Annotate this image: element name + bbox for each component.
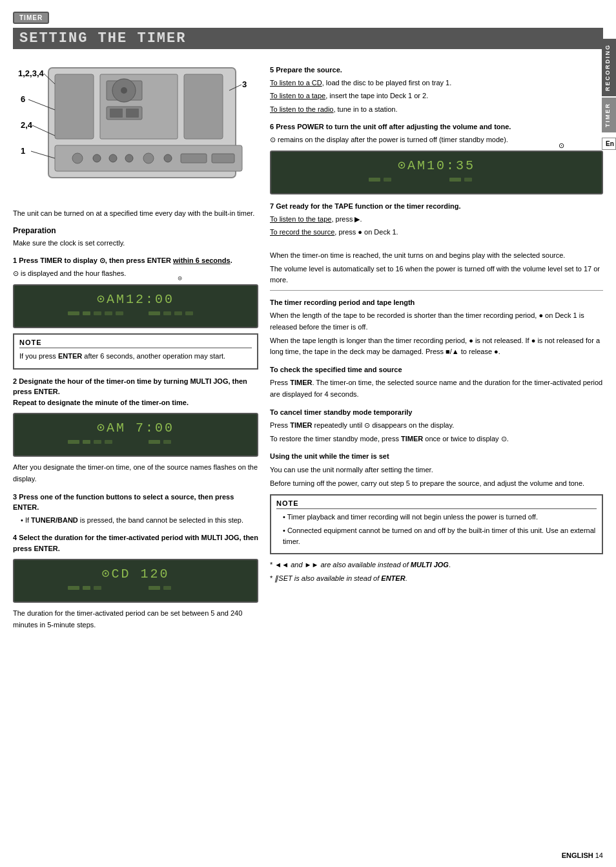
svg-rect-53 (464, 178, 472, 182)
svg-rect-44 (163, 440, 171, 444)
svg-rect-8 (110, 109, 123, 118)
preparation-text: Make sure the clock is set correctly. (13, 238, 258, 249)
en-side-badge: En (602, 138, 616, 150)
footer-english: ENGLISH (562, 851, 593, 859)
svg-rect-34 (116, 311, 123, 315)
right-column: 5 Prepare the source. To listen to a CD,… (270, 58, 603, 634)
footnote-2: * ‖SET is also available in stead of ENT… (270, 573, 603, 585)
divider-1 (270, 290, 603, 291)
lcd-indicators-3 (65, 583, 207, 592)
lcd-arrow-1: ⊙ (178, 274, 185, 282)
svg-rect-49 (163, 586, 171, 590)
svg-rect-37 (174, 311, 182, 315)
note-right-bullet1: • Timer playback and timer recording wil… (283, 512, 597, 523)
svg-rect-1 (55, 74, 94, 139)
preparation-heading: Preparation (13, 226, 258, 235)
svg-text:1,2,3,4: 1,2,3,4 (18, 68, 45, 78)
svg-rect-43 (149, 440, 160, 444)
lcd-text-1: ⊙AM12:00 (97, 292, 174, 307)
section-timer-recording: The timer recording period and tape leng… (270, 297, 603, 358)
svg-point-6 (121, 87, 127, 94)
step-1-subtitle: ⊙ is displayed and the hour flashes. (13, 268, 258, 280)
step-3-bullet: • If TUNER/BAND is pressed, the band can… (21, 515, 258, 527)
step-7-title: 7 Get ready for the TAPE function or the… (270, 201, 603, 212)
section-check-heading: To check the specified time and source (270, 364, 603, 376)
svg-point-12 (93, 154, 101, 162)
lcd-text-6: ⊙AM10:35 (398, 158, 475, 173)
step-4-title: 4 Select the duration for the timer-acti… (13, 532, 258, 554)
step-7-listen: To listen to the tape, press ▶. (270, 214, 603, 225)
svg-rect-2 (184, 74, 223, 139)
lcd-symbol-6: ⊙ (559, 141, 564, 150)
svg-rect-39 (68, 440, 79, 444)
svg-rect-18 (212, 154, 234, 163)
section-check-text: Press TIMER. The timer-on time, the sele… (270, 377, 603, 400)
note-box-1: NOTE If you press ENTER after 6 seconds,… (13, 333, 258, 370)
section-using-text1: You can use the unit normally after sett… (270, 465, 603, 476)
svg-point-13 (109, 154, 117, 162)
step-2-after: After you designate the timer-on time, o… (13, 462, 258, 485)
section-cancel-text2: To restore the timer standby mode, press… (270, 434, 603, 445)
svg-point-16 (164, 154, 172, 162)
section-cancel-text1: Press TIMER repeatedly until ⊙ disappear… (270, 420, 603, 432)
timer-badge: TIMER (13, 12, 49, 24)
step-4: 4 Select the duration for the timer-acti… (13, 532, 258, 631)
lcd-text-2: ⊙AM 7:00 (97, 421, 174, 435)
step-2: 2 Designate the hour of the timer-on tim… (13, 376, 258, 485)
svg-rect-46 (83, 586, 90, 590)
intro-text: The unit can be turned on at a specified… (13, 208, 258, 220)
svg-point-14 (125, 154, 133, 162)
note-box-right: NOTE • Timer playback and timer recordin… (270, 494, 603, 554)
side-labels: RECORDING TIMER En (602, 39, 616, 258)
step-5: 5 Prepare the source. To listen to a CD,… (270, 65, 603, 115)
step-7-body1: When the timer-on time is reached, the u… (270, 250, 603, 262)
step-2-title: 2 Designate the hour of the timer-on tim… (13, 376, 258, 408)
svg-rect-35 (149, 311, 160, 315)
svg-rect-33 (105, 311, 112, 315)
step-7-body2: The volume level is automatically set to… (270, 264, 603, 286)
left-column: 1,2,3,4 6 2,4 1 3 (13, 58, 258, 634)
section-timer-text1: When the length of the tape to be record… (270, 310, 603, 333)
page: TIMER SETTING THE TIMER (0, 0, 616, 867)
svg-rect-50 (369, 178, 380, 182)
note-right-bullet2: • Connected equipment cannot be turned o… (283, 525, 597, 548)
side-label-recording: RECORDING (602, 39, 616, 96)
section-using-text2: Before turning off the power, carry out … (270, 478, 603, 490)
step-7-record: To record the source, press ● on Deck 1. (270, 227, 603, 238)
svg-rect-36 (163, 311, 171, 315)
svg-point-11 (72, 153, 83, 163)
svg-rect-32 (94, 311, 101, 315)
step-5-title: 5 Prepare the source. (270, 65, 603, 76)
note-box-1-title: NOTE (19, 339, 252, 348)
step-3: 3 Press one of the function buttons to s… (13, 492, 258, 527)
footer: ENGLISH 14 (562, 851, 603, 859)
svg-rect-51 (384, 178, 391, 182)
section-timer-heading: The timer recording period and tape leng… (270, 297, 603, 309)
footnote-1: * ◄◄ and ►► are also available instead o… (270, 559, 603, 571)
step-6: 6 Press POWER to turn the unit off after… (270, 121, 603, 194)
svg-rect-48 (149, 586, 160, 590)
side-label-timer: TIMER (602, 98, 616, 134)
section-timer-text2: When the tape length is longer than the … (270, 335, 603, 358)
section-cancel-standby: To cancel timer standby mode temporarily… (270, 407, 603, 445)
step-5-tape: To listen to a tape, insert the tape int… (270, 90, 603, 102)
step-1-title: 1 Press TIMER to display ⊙, then press E… (13, 255, 258, 266)
lcd-display-2: ⊙AM 7:00 (13, 413, 258, 457)
svg-rect-41 (94, 440, 101, 444)
step-5-radio: To listen to the radio, tune in to a sta… (270, 104, 603, 116)
lcd-indicators-2 (65, 437, 207, 446)
step-1: 1 Press TIMER to display ⊙, then press E… (13, 255, 258, 370)
page-title: SETTING THE TIMER (13, 28, 603, 49)
svg-rect-30 (68, 311, 79, 315)
device-image-area: 1,2,3,4 6 2,4 1 3 (13, 58, 258, 202)
section-using-heading: Using the unit while the timer is set (270, 451, 603, 463)
note-box-1-text: If you press ENTER after 6 seconds, anot… (19, 351, 252, 362)
step-4-after: The duration for the timer-activated per… (13, 608, 258, 631)
lcd-indicators-6 (365, 175, 508, 184)
svg-rect-38 (185, 311, 193, 315)
svg-text:6: 6 (21, 94, 25, 104)
step-6-title: 6 Press POWER to turn the unit off after… (270, 121, 603, 132)
footer-page: 14 (595, 851, 603, 859)
svg-rect-52 (449, 178, 461, 182)
svg-text:3: 3 (242, 79, 247, 89)
